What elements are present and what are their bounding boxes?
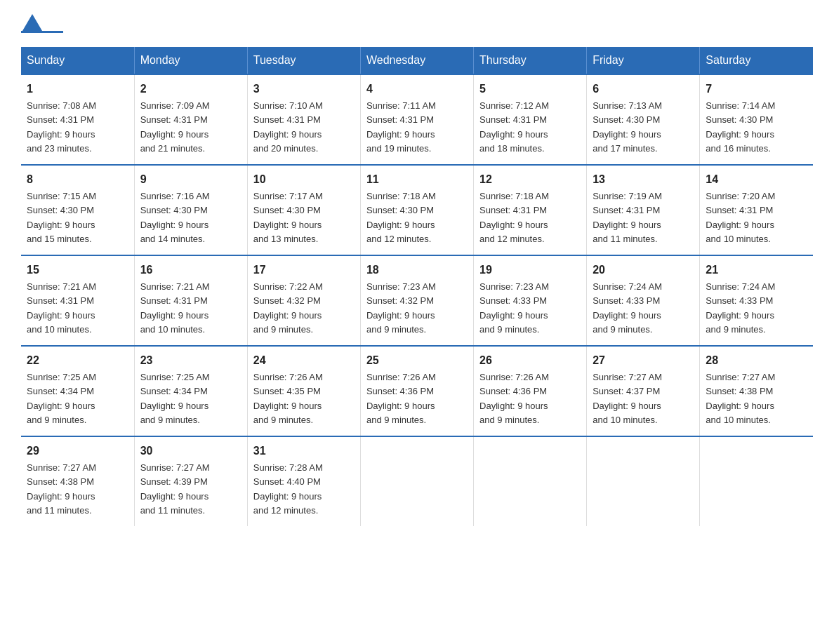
day-info: Sunrise: 7:17 AMSunset: 4:30 PMDaylight:… [253, 191, 323, 244]
calendar-day-cell: 1 Sunrise: 7:08 AMSunset: 4:31 PMDayligh… [21, 74, 134, 165]
day-number: 27 [593, 352, 694, 369]
calendar-table: SundayMondayTuesdayWednesdayThursdayFrid… [21, 47, 813, 526]
day-number: 26 [479, 352, 581, 369]
day-number: 31 [253, 443, 355, 459]
calendar-day-cell: 11 Sunrise: 7:18 AMSunset: 4:30 PMDaylig… [360, 165, 473, 255]
calendar-day-cell [587, 436, 700, 526]
calendar-day-cell: 2 Sunrise: 7:09 AMSunset: 4:31 PMDayligh… [134, 74, 247, 165]
day-number: 22 [27, 352, 128, 369]
day-number: 16 [140, 262, 241, 279]
calendar-header: SundayMondayTuesdayWednesdayThursdayFrid… [21, 47, 813, 74]
day-number: 23 [140, 352, 241, 369]
day-info: Sunrise: 7:25 AMSunset: 4:34 PMDaylight:… [27, 372, 96, 425]
calendar-day-cell: 5 Sunrise: 7:12 AMSunset: 4:31 PMDayligh… [474, 74, 587, 165]
day-info: Sunrise: 7:27 AMSunset: 4:38 PMDaylight:… [27, 462, 96, 516]
day-info: Sunrise: 7:11 AMSunset: 4:31 PMDaylight:… [366, 100, 436, 154]
calendar-day-cell: 18 Sunrise: 7:23 AMSunset: 4:32 PMDaylig… [360, 255, 473, 346]
day-of-week-header: Sunday [21, 47, 134, 74]
day-of-week-header: Thursday [474, 47, 587, 74]
page-header [21, 14, 813, 33]
day-of-week-header: Friday [587, 47, 700, 74]
day-info: Sunrise: 7:22 AMSunset: 4:32 PMDaylight:… [253, 281, 323, 335]
calendar-day-cell: 10 Sunrise: 7:17 AMSunset: 4:30 PMDaylig… [247, 165, 360, 255]
day-number: 10 [253, 171, 355, 188]
day-number: 2 [140, 81, 241, 98]
day-info: Sunrise: 7:13 AMSunset: 4:30 PMDaylight:… [593, 100, 662, 154]
day-info: Sunrise: 7:14 AMSunset: 4:30 PMDaylight:… [706, 100, 775, 154]
calendar-day-cell: 7 Sunrise: 7:14 AMSunset: 4:30 PMDayligh… [700, 74, 813, 165]
day-info: Sunrise: 7:27 AMSunset: 4:37 PMDaylight:… [593, 372, 662, 425]
day-info: Sunrise: 7:12 AMSunset: 4:31 PMDaylight:… [479, 100, 549, 154]
day-number: 24 [253, 352, 355, 369]
day-info: Sunrise: 7:15 AMSunset: 4:30 PMDaylight:… [27, 191, 96, 244]
calendar-week-row: 8 Sunrise: 7:15 AMSunset: 4:30 PMDayligh… [21, 165, 813, 255]
day-number: 7 [706, 81, 807, 98]
calendar-day-cell: 26 Sunrise: 7:26 AMSunset: 4:36 PMDaylig… [474, 346, 587, 436]
day-number: 20 [593, 262, 694, 279]
calendar-day-cell: 28 Sunrise: 7:27 AMSunset: 4:38 PMDaylig… [700, 346, 813, 436]
day-number: 15 [27, 262, 128, 279]
day-number: 14 [706, 171, 807, 188]
calendar-day-cell: 22 Sunrise: 7:25 AMSunset: 4:34 PMDaylig… [21, 346, 134, 436]
day-info: Sunrise: 7:10 AMSunset: 4:31 PMDaylight:… [253, 100, 323, 154]
calendar-day-cell: 19 Sunrise: 7:23 AMSunset: 4:33 PMDaylig… [474, 255, 587, 346]
day-number: 9 [140, 171, 241, 188]
day-number: 29 [27, 443, 128, 459]
day-info: Sunrise: 7:21 AMSunset: 4:31 PMDaylight:… [140, 281, 210, 335]
logo [21, 14, 67, 33]
calendar-day-cell: 8 Sunrise: 7:15 AMSunset: 4:30 PMDayligh… [21, 165, 134, 255]
calendar-week-row: 15 Sunrise: 7:21 AMSunset: 4:31 PMDaylig… [21, 255, 813, 346]
day-info: Sunrise: 7:20 AMSunset: 4:31 PMDaylight:… [706, 191, 775, 244]
calendar-day-cell: 9 Sunrise: 7:16 AMSunset: 4:30 PMDayligh… [134, 165, 247, 255]
day-info: Sunrise: 7:24 AMSunset: 4:33 PMDaylight:… [593, 281, 662, 335]
day-info: Sunrise: 7:28 AMSunset: 4:40 PMDaylight:… [253, 462, 323, 516]
day-info: Sunrise: 7:26 AMSunset: 4:36 PMDaylight:… [366, 372, 436, 425]
calendar-day-cell: 30 Sunrise: 7:27 AMSunset: 4:39 PMDaylig… [134, 436, 247, 526]
day-info: Sunrise: 7:18 AMSunset: 4:31 PMDaylight:… [479, 191, 549, 244]
day-info: Sunrise: 7:23 AMSunset: 4:32 PMDaylight:… [366, 281, 436, 335]
calendar-day-cell: 29 Sunrise: 7:27 AMSunset: 4:38 PMDaylig… [21, 436, 134, 526]
calendar-day-cell: 13 Sunrise: 7:19 AMSunset: 4:31 PMDaylig… [587, 165, 700, 255]
calendar-day-cell: 4 Sunrise: 7:11 AMSunset: 4:31 PMDayligh… [360, 74, 473, 165]
day-info: Sunrise: 7:26 AMSunset: 4:36 PMDaylight:… [479, 372, 549, 425]
day-number: 12 [479, 171, 581, 188]
day-number: 1 [27, 81, 128, 98]
day-info: Sunrise: 7:24 AMSunset: 4:33 PMDaylight:… [706, 281, 775, 335]
day-info: Sunrise: 7:09 AMSunset: 4:31 PMDaylight:… [140, 100, 210, 154]
day-info: Sunrise: 7:08 AMSunset: 4:31 PMDaylight:… [27, 100, 96, 154]
calendar-day-cell: 25 Sunrise: 7:26 AMSunset: 4:36 PMDaylig… [360, 346, 473, 436]
calendar-day-cell: 23 Sunrise: 7:25 AMSunset: 4:34 PMDaylig… [134, 346, 247, 436]
day-number: 3 [253, 81, 355, 98]
calendar-day-cell: 17 Sunrise: 7:22 AMSunset: 4:32 PMDaylig… [247, 255, 360, 346]
logo-underline [21, 31, 63, 33]
day-number: 11 [366, 171, 468, 188]
day-of-week-header: Wednesday [360, 47, 473, 74]
day-of-week-header: Monday [134, 47, 247, 74]
calendar-day-cell: 24 Sunrise: 7:26 AMSunset: 4:35 PMDaylig… [247, 346, 360, 436]
day-info: Sunrise: 7:18 AMSunset: 4:30 PMDaylight:… [366, 191, 436, 244]
day-number: 4 [366, 81, 468, 98]
day-info: Sunrise: 7:27 AMSunset: 4:39 PMDaylight:… [140, 462, 210, 516]
calendar-week-row: 1 Sunrise: 7:08 AMSunset: 4:31 PMDayligh… [21, 74, 813, 165]
calendar-day-cell [360, 436, 473, 526]
day-info: Sunrise: 7:25 AMSunset: 4:34 PMDaylight:… [140, 372, 210, 425]
calendar-week-row: 29 Sunrise: 7:27 AMSunset: 4:38 PMDaylig… [21, 436, 813, 526]
day-info: Sunrise: 7:19 AMSunset: 4:31 PMDaylight:… [593, 191, 662, 244]
logo-triangle-icon [22, 14, 42, 31]
calendar-day-cell [474, 436, 587, 526]
calendar-day-cell: 20 Sunrise: 7:24 AMSunset: 4:33 PMDaylig… [587, 255, 700, 346]
calendar-day-cell: 3 Sunrise: 7:10 AMSunset: 4:31 PMDayligh… [247, 74, 360, 165]
day-info: Sunrise: 7:16 AMSunset: 4:30 PMDaylight:… [140, 191, 210, 244]
day-number: 18 [366, 262, 468, 279]
calendar-day-cell: 6 Sunrise: 7:13 AMSunset: 4:30 PMDayligh… [587, 74, 700, 165]
calendar-day-cell: 21 Sunrise: 7:24 AMSunset: 4:33 PMDaylig… [700, 255, 813, 346]
day-number: 13 [593, 171, 694, 188]
day-info: Sunrise: 7:27 AMSunset: 4:38 PMDaylight:… [706, 372, 775, 425]
day-of-week-header: Saturday [700, 47, 813, 74]
day-info: Sunrise: 7:26 AMSunset: 4:35 PMDaylight:… [253, 372, 323, 425]
calendar-day-cell: 16 Sunrise: 7:21 AMSunset: 4:31 PMDaylig… [134, 255, 247, 346]
calendar-day-cell: 15 Sunrise: 7:21 AMSunset: 4:31 PMDaylig… [21, 255, 134, 346]
day-info: Sunrise: 7:23 AMSunset: 4:33 PMDaylight:… [479, 281, 549, 335]
calendar-body: 1 Sunrise: 7:08 AMSunset: 4:31 PMDayligh… [21, 74, 813, 526]
calendar-day-cell: 12 Sunrise: 7:18 AMSunset: 4:31 PMDaylig… [474, 165, 587, 255]
